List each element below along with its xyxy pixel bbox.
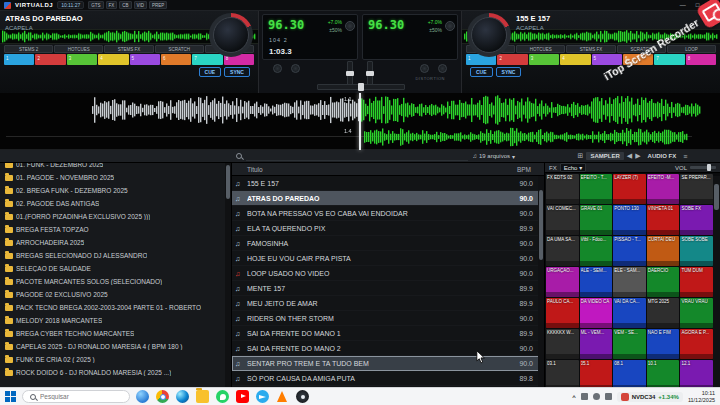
folder-item[interactable]: CAPELAS 2025 - DJ RONALDO MARESIA 4 ( BP…: [0, 340, 231, 353]
folder-item[interactable]: SELEÇAO DE SAUDADE: [0, 262, 231, 275]
grid-view-icon[interactable]: ⊞: [578, 152, 584, 160]
sampler-pad[interactable]: EFEITO -M...: [647, 174, 680, 204]
whatsapp-icon[interactable]: [216, 390, 229, 403]
hotcue-pad[interactable]: 2: [35, 54, 65, 65]
folder-item[interactable]: ARROCHADEIRA 2025: [0, 236, 231, 249]
hotcue-pad[interactable]: 8: [686, 54, 716, 65]
explorer-icon[interactable]: [196, 390, 209, 403]
deck-tab[interactable]: SCRATCH: [155, 45, 204, 53]
eq-knob-a-high[interactable]: [273, 64, 282, 73]
folder-item[interactable]: BREGA FESTA TOPZAO: [0, 223, 231, 236]
sampler-pad[interactable]: 03.1: [546, 360, 579, 390]
deck-tab[interactable]: LOOP: [667, 45, 716, 53]
folder-item[interactable]: FUNK DE CRIA 02 ( 2025 ): [0, 353, 231, 366]
sampler-pad[interactable]: KKKKKX W...: [546, 329, 579, 359]
eq-knob-b-high[interactable]: [420, 64, 429, 73]
track-row[interactable]: ♫ELA TA QUERENDO PIX89.9: [232, 221, 544, 236]
sampler-pad[interactable]: SE PREPAR...: [680, 174, 713, 204]
hotcue-pad[interactable]: 7: [654, 54, 684, 65]
chrome-icon[interactable]: [156, 390, 169, 403]
telegram-icon[interactable]: [256, 390, 269, 403]
caret-down-icon[interactable]: ▾: [512, 153, 515, 160]
track-row[interactable]: ♫HOJE EU VOU CAIR PRA PISTA90.0: [232, 251, 544, 266]
folder-item[interactable]: PAGODE 02 EXCLUSIVO 2025: [0, 288, 231, 301]
track-row[interactable]: ♫SAI DA FRENTE DO MANO 290.0: [232, 341, 544, 356]
hotcue-pad[interactable]: 4: [560, 54, 590, 65]
sampler-pad[interactable]: AGORA E P...: [680, 329, 713, 359]
hotcue-pad[interactable]: 3: [529, 54, 559, 65]
browser-search-input[interactable]: [246, 152, 468, 161]
track-row[interactable]: ♫RIDERS ON THER STORM90.0: [232, 311, 544, 326]
sampler-pad[interactable]: DA UMA SA...: [546, 236, 579, 266]
track-row[interactable]: ♫SÓ POR CAUSA DA AMIGA PUTA89.8: [232, 371, 544, 386]
tab-sampler[interactable]: SAMPLER: [586, 152, 623, 160]
hotcue-pad[interactable]: 5: [130, 54, 160, 65]
titlebar-button-fx[interactable]: FX: [106, 1, 118, 9]
sampler-pad[interactable]: ELE - SAM...: [613, 267, 646, 297]
titlebar-button-gts[interactable]: GTS: [88, 1, 103, 9]
deck-b-jogwheel[interactable]: [467, 13, 511, 57]
track-row[interactable]: ♫MENTE 15789.9: [232, 281, 544, 296]
deck-b-pitch-knob[interactable]: [445, 21, 455, 31]
minimize-button[interactable]: —: [677, 2, 689, 8]
eq-knob-a-low[interactable]: [291, 64, 300, 73]
sampler-pad[interactable]: VAI DA CA...: [613, 298, 646, 328]
folder-item[interactable]: PACK TECNO BREGA 2002-2003-2004 PARTE 01…: [0, 301, 231, 314]
folder-item[interactable]: PACOTE MARCANTES SOLOS (SELECIONADO): [0, 275, 231, 288]
taskbar-clock[interactable]: 10:11 11/12/2025: [688, 390, 715, 403]
crossfader[interactable]: [317, 84, 405, 90]
folder-scrollbar[interactable]: [225, 163, 231, 387]
sampler-pad[interactable]: URGAÇÃO...: [546, 267, 579, 297]
track-scrollbar[interactable]: [538, 176, 544, 387]
sampler-pad[interactable]: DAERCIO: [647, 267, 680, 297]
hotcue-pad[interactable]: 3: [67, 54, 97, 65]
deck-a-cue-button[interactable]: CUE: [199, 67, 222, 77]
deck-a-sync-button[interactable]: SYNC: [224, 67, 250, 77]
youtube-icon[interactable]: [236, 390, 249, 403]
eq-knob-b-low[interactable]: [438, 64, 447, 73]
titlebar-button-cb[interactable]: CB: [119, 1, 131, 9]
sampler-pad[interactable]: MTG 2025: [647, 298, 680, 328]
deck-tab[interactable]: STEMS FX: [566, 45, 615, 53]
track-row[interactable]: ♫SENTAR PRO TREM E TA TUDO BEM90.0: [232, 356, 544, 371]
hotcue-pad[interactable]: 4: [98, 54, 128, 65]
sampler-scrollbar[interactable]: [713, 176, 720, 387]
titlebar-button-vid[interactable]: VID: [134, 1, 148, 9]
sampler-pad[interactable]: SOBE SOBE: [680, 236, 713, 266]
sampler-pad[interactable]: 10.1: [647, 360, 680, 390]
edge-icon[interactable]: [176, 390, 189, 403]
folder-item[interactable]: 02. PAGODE DAS ANTIGAS: [0, 197, 231, 210]
sampler-pad[interactable]: CURTAI DEU: [647, 236, 680, 266]
hotcue-pad[interactable]: 6: [623, 54, 653, 65]
hotcue-pad[interactable]: 2: [497, 54, 527, 65]
sampler-pad[interactable]: VEM - SE...: [613, 329, 646, 359]
folder-item[interactable]: BREGAS SELECIONADO DJ ALESSANDRO: [0, 249, 231, 262]
sampler-volume-slider[interactable]: [690, 166, 716, 169]
titlebar-button-prep[interactable]: PREP: [149, 1, 167, 9]
sampler-pad[interactable]: EFEITO - T...: [580, 174, 613, 204]
sampler-pad[interactable]: NÃO E FIM: [647, 329, 680, 359]
virtualdj-icon[interactable]: [296, 390, 309, 403]
sampler-pad[interactable]: DA VIDEO CA: [580, 298, 613, 328]
panel-menu-icon[interactable]: ≡: [683, 153, 687, 160]
track-row[interactable]: ♫155 E 15790.0: [232, 176, 544, 191]
track-row[interactable]: ♫SAI DA FRENTE DO MANO 189.9: [232, 326, 544, 341]
next-panel-icon[interactable]: ▶: [635, 152, 640, 160]
sampler-pad[interactable]: Vtbl - Fdoo...: [580, 236, 613, 266]
sampler-pad[interactable]: PONTO 130: [613, 205, 646, 235]
taskbar-search[interactable]: [22, 390, 130, 403]
sampler-pad[interactable]: VRAU VRAU: [680, 298, 713, 328]
sampler-pad[interactable]: ALE - SEM...: [580, 267, 613, 297]
folder-item[interactable]: ROCK DOIDO 6 - DJ RONALDO MARESIA ( 2025…: [0, 366, 231, 379]
deck-b-cue-button[interactable]: CUE: [470, 67, 493, 77]
sampler-pad[interactable]: 12.1: [680, 360, 713, 390]
sampler-pad[interactable]: 08.1: [613, 360, 646, 390]
sampler-pad[interactable]: SOBE FX: [680, 205, 713, 235]
track-row[interactable]: ♫MEU JEITO DE AMAR89.9: [232, 296, 544, 311]
track-row[interactable]: ♫LOOP USADO NO VIDEO90.0: [232, 266, 544, 281]
sampler-pad[interactable]: VINHETA 01: [647, 205, 680, 235]
deck-a-jogwheel[interactable]: [209, 13, 253, 57]
sampler-pad[interactable]: FX EDTS 02: [546, 174, 579, 204]
column-bpm[interactable]: BPM: [507, 166, 541, 173]
start-button[interactable]: [5, 391, 16, 402]
